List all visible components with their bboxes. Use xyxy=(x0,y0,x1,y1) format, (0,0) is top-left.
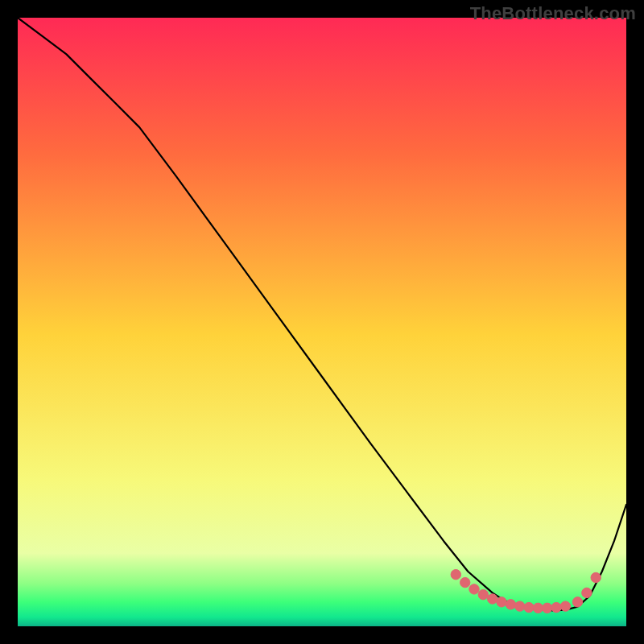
highlight-dot xyxy=(451,570,460,580)
highlight-dot xyxy=(551,602,561,612)
highlight-dot xyxy=(533,603,543,613)
highlight-dot xyxy=(572,597,582,607)
highlight-dot xyxy=(460,577,470,587)
highlight-dot xyxy=(524,602,534,612)
highlight-dot xyxy=(582,588,592,597)
highlight-dot xyxy=(543,603,552,613)
highlight-dot xyxy=(506,600,515,609)
watermark-text: TheBottleneck.com xyxy=(470,3,636,24)
plot-svg xyxy=(18,18,626,626)
highlight-dot xyxy=(515,601,525,611)
plot-area xyxy=(18,18,626,626)
highlight-dot xyxy=(591,572,601,582)
gradient-background xyxy=(18,18,626,626)
highlight-dot xyxy=(469,584,479,594)
highlight-dot xyxy=(497,597,506,607)
highlight-dot xyxy=(560,601,570,611)
chart-frame: TheBottleneck.com xyxy=(0,0,644,644)
highlight-dot xyxy=(488,594,497,604)
highlight-dot xyxy=(478,590,488,600)
